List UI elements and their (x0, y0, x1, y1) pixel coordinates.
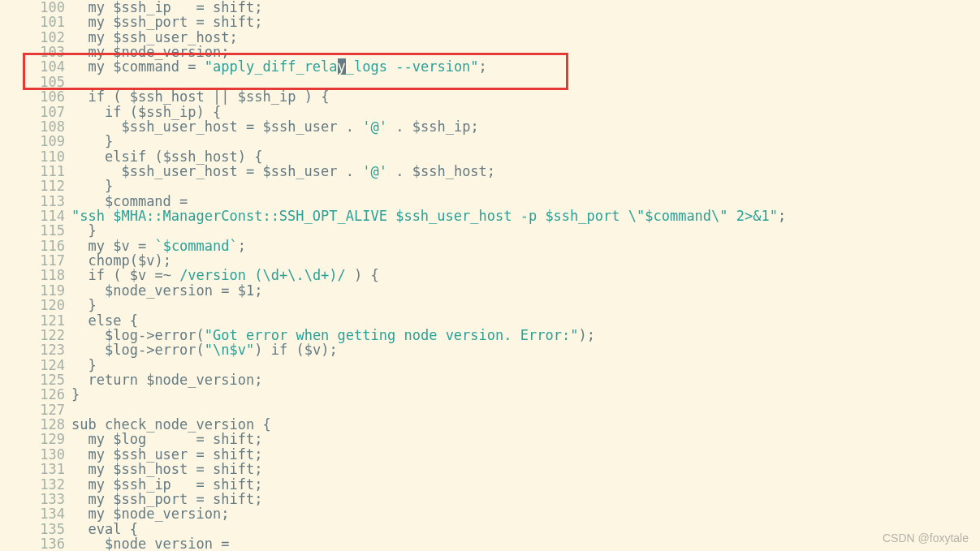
line-number: 116 (0, 239, 71, 253)
line-number: 131 (0, 462, 71, 476)
code-line: 125 return $node_version; (0, 372, 980, 387)
line-number: 100 (0, 0, 71, 15)
code-content: elsif ($ssh_host) { (71, 149, 980, 164)
text-cursor: y (338, 58, 346, 75)
code-line: 133 my $ssh_port = shift; (0, 492, 980, 506)
code-content: $command = (71, 194, 980, 209)
code-line: 122 $log->error("Got error when getting … (0, 328, 980, 342)
code-content: } (71, 179, 980, 193)
code-content: } (71, 358, 980, 372)
code-content: chomp($v); (71, 253, 980, 268)
line-number: 130 (0, 447, 71, 462)
code-content: $log->error("Got error when getting node… (71, 328, 980, 342)
code-line: 132 my $ssh_ip = shift; (0, 477, 980, 492)
line-number: 127 (0, 402, 71, 417)
code-line: 120 } (0, 298, 980, 312)
code-content: my $ssh_ip = shift; (71, 0, 980, 15)
code-line: 134 my $node_version; (0, 506, 980, 521)
code-content: if ($ssh_ip) { (71, 105, 980, 119)
code-content: } (71, 134, 980, 149)
code-editor: CSDN @foxytale 100 my $ssh_ip = shift;10… (0, 0, 980, 551)
line-number: 135 (0, 522, 71, 536)
line-number: 120 (0, 298, 71, 312)
code-content: } (71, 223, 980, 238)
code-line: 104 my $command = "apply_diff_relay_logs… (0, 59, 980, 74)
line-number: 110 (0, 149, 71, 164)
line-number: 114 (0, 209, 71, 223)
code-line: 135 eval { (0, 522, 980, 536)
code-content: } (71, 387, 980, 402)
code-content: $ssh_user_host = $ssh_user . '@' . $ssh_… (71, 119, 980, 134)
line-number: 129 (0, 432, 71, 446)
code-content: my $ssh_user_host; (71, 30, 980, 45)
code-line: 131 my $ssh_host = shift; (0, 462, 980, 476)
line-number: 106 (0, 89, 71, 104)
code-line: 124 } (0, 358, 980, 372)
code-content: my $ssh_ip = shift; (71, 477, 980, 492)
code-content: my $ssh_user = shift; (71, 447, 980, 462)
code-line: 130 my $ssh_user = shift; (0, 447, 980, 462)
code-line: 101 my $ssh_port = shift; (0, 15, 980, 29)
code-line: 103 my $node_version; (0, 45, 980, 59)
line-number: 132 (0, 477, 71, 492)
line-number: 102 (0, 30, 71, 45)
line-number: 136 (0, 536, 71, 551)
line-number: 112 (0, 179, 71, 193)
code-line: 127 (0, 402, 980, 417)
line-number: 107 (0, 105, 71, 119)
code-line: 107 if ($ssh_ip) { (0, 105, 980, 119)
code-line: 108 $ssh_user_host = $ssh_user . '@' . $… (0, 119, 980, 134)
code-line: 112 } (0, 179, 980, 193)
code-line: 121 else { (0, 313, 980, 328)
line-number: 124 (0, 358, 71, 372)
line-number: 119 (0, 283, 71, 298)
line-number: 121 (0, 313, 71, 328)
line-number: 125 (0, 372, 71, 387)
line-number: 122 (0, 328, 71, 342)
code-line: 128sub check_node_version { (0, 417, 980, 432)
line-number: 103 (0, 45, 71, 59)
code-content: eval { (71, 522, 980, 536)
code-line: 109 } (0, 134, 980, 149)
code-content: my $node_version; (71, 506, 980, 521)
code-content: my $command = "apply_diff_relay_logs --v… (71, 59, 980, 74)
code-content: if ( $v =~ /version (\d+\.\d+)/ ) { (71, 268, 980, 282)
code-line: 105 (0, 75, 980, 89)
line-number: 105 (0, 75, 71, 89)
code-content: "ssh $MHA::ManagerConst::SSH_OPT_ALIVE $… (71, 209, 980, 223)
line-number: 118 (0, 268, 71, 282)
line-number: 113 (0, 194, 71, 209)
code-line: 119 $node_version = $1; (0, 283, 980, 298)
line-number: 115 (0, 223, 71, 238)
line-number: 117 (0, 253, 71, 268)
watermark: CSDN @foxytale (883, 532, 969, 545)
code-line: 136 $node_version = (0, 536, 980, 551)
line-number: 101 (0, 15, 71, 29)
code-content: $node_version = $1; (71, 283, 980, 298)
code-line: 100 my $ssh_ip = shift; (0, 0, 980, 15)
line-number: 108 (0, 119, 71, 134)
code-content: $node_version = (71, 536, 980, 551)
code-content: my $ssh_port = shift; (71, 15, 980, 29)
code-content: my $ssh_port = shift; (71, 492, 980, 506)
code-line: 115 } (0, 223, 980, 238)
line-number: 109 (0, 134, 71, 149)
code-content: $log->error("\n$v") if ($v); (71, 342, 980, 357)
code-content: return $node_version; (71, 372, 980, 387)
code-line: 123 $log->error("\n$v") if ($v); (0, 342, 980, 357)
code-content: if ( $ssh_host || $ssh_ip ) { (71, 89, 980, 104)
code-line: 111 $ssh_user_host = $ssh_user . '@' . $… (0, 164, 980, 179)
line-number: 128 (0, 417, 71, 432)
code-line: 117 chomp($v); (0, 253, 980, 268)
code-content: else { (71, 313, 980, 328)
line-number: 126 (0, 387, 71, 402)
code-line: 114"ssh $MHA::ManagerConst::SSH_OPT_ALIV… (0, 209, 980, 223)
code-content: } (71, 298, 980, 312)
code-content: my $v = `$command`; (71, 239, 980, 253)
code-content: my $log = shift; (71, 432, 980, 446)
line-number: 104 (0, 59, 71, 74)
line-number: 123 (0, 342, 71, 357)
code-line: 110 elsif ($ssh_host) { (0, 149, 980, 164)
code-line: 126} (0, 387, 980, 402)
code-line: 116 my $v = `$command`; (0, 239, 980, 253)
